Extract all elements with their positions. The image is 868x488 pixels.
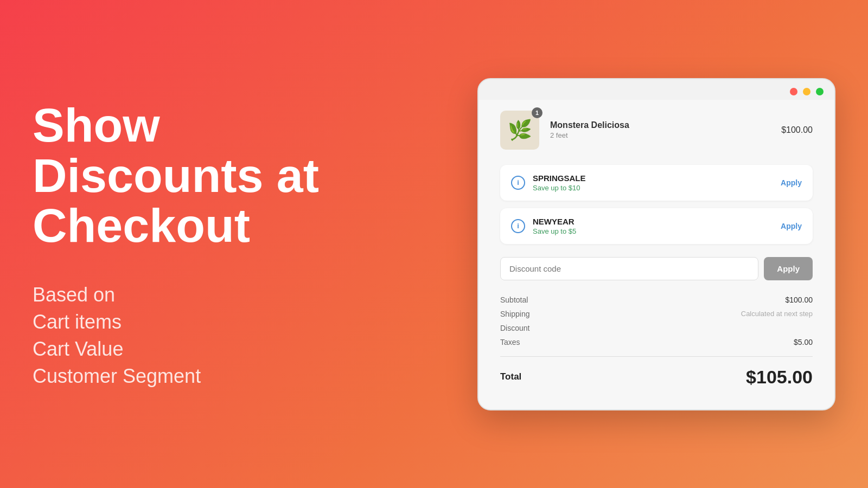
- product-variant: 2 feet: [550, 131, 770, 139]
- criterion-cart-items: Cart items: [33, 311, 445, 333]
- based-on-label: Based on: [33, 284, 445, 306]
- taxes-row: Taxes $5.00: [500, 338, 813, 346]
- product-info: Monstera Deliciosa 2 feet: [550, 120, 770, 139]
- dot-yellow: [803, 88, 810, 95]
- taxes-label: Taxes: [500, 338, 520, 346]
- criterion-cart-value: Cart Value: [33, 338, 445, 361]
- total-row: Total $105.00: [500, 367, 813, 388]
- total-value: $105.00: [746, 367, 813, 388]
- offer-details-1: SPRINGSALE Save up to $10: [533, 174, 773, 192]
- offer-details-2: NEWYEAR Save up to $5: [533, 217, 773, 235]
- offer-savings-1: Save up to $10: [533, 184, 773, 192]
- shipping-label: Shipping: [500, 310, 530, 318]
- subtotal-row: Subtotal $100.00: [500, 296, 813, 304]
- subtotal-value: $100.00: [785, 296, 813, 304]
- discount-input-row: Apply: [500, 257, 813, 280]
- dot-red: [790, 88, 797, 95]
- total-label: Total: [500, 371, 521, 382]
- product-badge: 1: [532, 107, 542, 118]
- subtotal-label: Subtotal: [500, 296, 528, 304]
- criteria-list: Based on Cart items Cart Value Customer …: [33, 284, 445, 388]
- criterion-customer-segment: Customer Segment: [33, 365, 445, 388]
- offer-savings-2: Save up to $5: [533, 227, 773, 235]
- left-panel: Show Discounts at Checkout Based on Cart…: [0, 57, 477, 431]
- discount-apply-button[interactable]: Apply: [764, 257, 813, 280]
- info-icon-1: i: [511, 176, 525, 190]
- discount-row: Discount: [500, 324, 813, 332]
- taxes-value: $5.00: [794, 338, 813, 346]
- total-divider: [500, 356, 813, 357]
- offer-code-1: SPRINGSALE: [533, 174, 773, 183]
- shipping-row: Shipping Calculated at next step: [500, 310, 813, 318]
- right-panel: 🌿 1 Monstera Deliciosa 2 feet $100.00 i …: [477, 78, 835, 410]
- dot-green: [816, 88, 824, 95]
- offer-code-2: NEWYEAR: [533, 217, 773, 226]
- apply-springsale-button[interactable]: Apply: [781, 178, 802, 187]
- discount-label: Discount: [500, 324, 529, 332]
- product-name: Monstera Deliciosa: [550, 120, 770, 130]
- info-icon-2: i: [511, 219, 525, 233]
- apply-newyear-button[interactable]: Apply: [781, 222, 802, 230]
- checkout-card: 🌿 1 Monstera Deliciosa 2 feet $100.00 i …: [477, 78, 835, 410]
- product-image-wrap: 🌿 1: [500, 111, 539, 150]
- discount-offer-springsale: i SPRINGSALE Save up to $10 Apply: [500, 165, 813, 201]
- main-title: Show Discounts at Checkout: [33, 100, 445, 251]
- product-row: 🌿 1 Monstera Deliciosa 2 feet $100.00: [500, 111, 813, 150]
- discount-code-input[interactable]: [500, 257, 758, 280]
- discount-offer-newyear: i NEWYEAR Save up to $5 Apply: [500, 208, 813, 244]
- card-body: 🌿 1 Monstera Deliciosa 2 feet $100.00 i …: [478, 100, 834, 409]
- shipping-value: Calculated at next step: [741, 310, 813, 318]
- card-titlebar: [478, 79, 834, 100]
- product-price: $100.00: [781, 125, 813, 135]
